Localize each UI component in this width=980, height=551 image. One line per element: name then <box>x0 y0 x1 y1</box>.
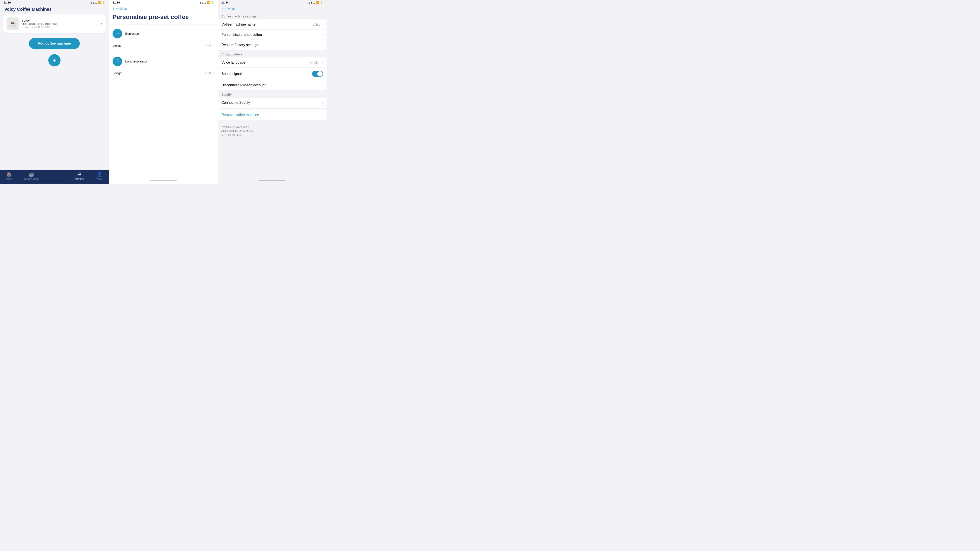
long-espresso-length-row[interactable]: Length 60 ml › <box>109 69 218 77</box>
espresso-length-row[interactable]: Length 30 ml › <box>109 41 218 49</box>
wifi-icon-2: 📶 <box>207 1 210 4</box>
remove-machine-link[interactable]: Remove coffee machine <box>218 110 326 121</box>
personalise-title: Personalise pre-set coffee <box>109 12 218 24</box>
personalise-label: Personalise pre-set coffee <box>221 33 262 37</box>
connect-spotify-chevron: › <box>322 101 323 105</box>
long-espresso-chevron: › <box>213 71 214 75</box>
long-espresso-name: Long espresso <box>125 59 146 63</box>
espresso-name: Espresso <box>125 32 139 35</box>
wifi-icon-3: 📶 <box>316 1 319 4</box>
settings-disconnect-amazon[interactable]: Disconnect Amazon account <box>218 80 326 90</box>
panel-machines: 12:16 ▲▲▲ 📶 🔋 Voicy Coffee Machines ☕ vo… <box>0 0 109 184</box>
machine-name: voicy <box>22 19 98 22</box>
status-icons-1: ▲▲▲ 📶 🔋 <box>90 1 105 4</box>
espresso-length-label: Length <box>113 43 123 47</box>
home-indicator-3 <box>218 178 326 183</box>
time-3: 11:34 <box>221 1 229 4</box>
signal-icon-3: ▲▲▲ <box>308 1 315 4</box>
fab-plus-icon: + <box>52 56 56 64</box>
espresso-length-value: 30 ml <box>205 43 212 47</box>
personalise-chevron: › <box>322 33 323 37</box>
long-espresso-item[interactable]: Long espresso <box>109 55 218 69</box>
machine-name-label: Coffee machine name <box>221 22 256 27</box>
machine-name-value: voicy <box>313 23 320 27</box>
sound-signals-right <box>312 71 323 77</box>
time-1: 12:16 <box>3 1 11 4</box>
settings-factory-reset[interactable]: Restore factory settings <box>218 40 326 50</box>
long-espresso-length-value: 60 ml <box>205 71 212 75</box>
back-label-3: Previous <box>224 7 235 11</box>
sound-signals-label: Sound signals <box>221 72 243 76</box>
settings-sound-signals[interactable]: Sound signals <box>218 68 326 80</box>
status-icons-2: ▲▲▲ 📶 🔋 <box>199 1 214 4</box>
firmware-line3: MCU 01-10-06-00 <box>221 133 323 137</box>
signal-icon-2: ▲▲▲ <box>199 1 206 4</box>
home-bar-2 <box>150 180 177 181</box>
voice-language-value: English <box>309 61 320 64</box>
firmware-info: Release firmware Voicy Alexa module: 00-… <box>218 121 326 139</box>
back-label-2: Previous <box>115 7 127 11</box>
machine-date: Registered on 01 Oct 2021 <box>22 26 98 29</box>
signal-icon-1: ▲▲▲ <box>90 1 97 4</box>
espresso-icon <box>113 29 122 38</box>
spotify-section-header: Spotify <box>218 90 326 98</box>
machines-icon: 🖨 <box>77 171 82 177</box>
home-icon: 🏠 <box>6 171 12 177</box>
machine-settings-list: Coffee machine name voicy › Personalise … <box>218 19 326 50</box>
espresso-section: Espresso Length 30 ml › <box>109 24 218 52</box>
espresso-length-right: 30 ml › <box>205 43 214 47</box>
lavazza-icon: ☕ <box>29 171 34 177</box>
personalise-right: › <box>321 33 323 37</box>
alexa-section-header: Amazon Alexa <box>218 50 326 57</box>
machine-id: 0000 - 0020 - 52S0 - 0100 - 5079 <box>22 23 98 25</box>
machine-image: ☕ <box>6 17 19 30</box>
settings-machine-name[interactable]: Coffee machine name voicy › <box>218 19 326 30</box>
battery-icon-1: 🔋 <box>102 1 105 4</box>
back-button-3[interactable]: ‹ Previous <box>218 5 326 12</box>
home-bar-1 <box>41 180 68 181</box>
fab-button[interactable]: + <box>48 54 60 67</box>
status-icons-3: ▲▲▲ 📶 🔋 <box>308 1 323 4</box>
factory-reset-label: Restore factory settings <box>221 43 258 47</box>
toggle-knob <box>317 71 323 76</box>
sound-signals-toggle[interactable] <box>312 71 323 77</box>
machine-settings-header: Coffee machine settings <box>218 12 326 19</box>
connect-spotify-right: › <box>321 101 323 105</box>
back-button-2[interactable]: ‹ Previous <box>109 5 218 12</box>
settings-personalise[interactable]: Personalise pre-set coffee › <box>218 30 326 40</box>
page-title-machines: Voicy Coffee Machines <box>0 5 109 14</box>
battery-icon-2: 🔋 <box>211 1 214 4</box>
long-espresso-icon <box>113 57 122 66</box>
panel-personalise: 11:34 ▲▲▲ 📶 🔋 ‹ Previous Personalise pre… <box>109 0 218 184</box>
long-espresso-section: Long espresso Length 60 ml › <box>109 52 218 80</box>
spotify-settings-list: Connect to Spotify › <box>218 98 326 108</box>
espresso-chevron: › <box>213 43 214 47</box>
machine-name-right: voicy › <box>313 23 323 27</box>
add-coffee-machine-button[interactable]: Add coffee machine <box>29 38 80 49</box>
home-bar-3 <box>259 180 285 181</box>
home-indicator-1 <box>0 178 109 183</box>
status-bar-1: 12:16 ▲▲▲ 📶 🔋 <box>0 0 109 5</box>
back-chevron-3: ‹ <box>221 7 223 11</box>
machine-card[interactable]: ☕ voicy 0000 - 0020 - 52S0 - 0100 - 5079… <box>3 14 105 33</box>
profile-icon: 👤 <box>97 171 102 177</box>
voice-language-chevron: › <box>322 61 323 64</box>
status-bar-2: 11:34 ▲▲▲ 📶 🔋 <box>109 0 218 5</box>
disconnect-amazon-label: Disconnect Amazon account <box>221 83 266 87</box>
machine-name-chevron: › <box>322 23 323 26</box>
panel-settings: 11:34 ▲▲▲ 📶 🔋 ‹ Previous Coffee machine … <box>218 0 326 184</box>
long-espresso-length-right: 60 ml › <box>205 71 214 75</box>
firmware-line1: Release firmware Voicy <box>221 125 323 129</box>
connect-spotify-label: Connect to Spotify <box>221 101 250 105</box>
settings-connect-spotify[interactable]: Connect to Spotify › <box>218 98 326 108</box>
voice-language-right: English › <box>309 61 323 64</box>
battery-icon-3: 🔋 <box>320 1 323 4</box>
status-bar-3: 11:34 ▲▲▲ 📶 🔋 <box>218 0 326 5</box>
settings-voice-language[interactable]: Voice language English › <box>218 57 326 68</box>
voice-language-label: Voice language <box>221 60 245 64</box>
espresso-item[interactable]: Espresso <box>109 27 218 41</box>
long-espresso-length-label: Length <box>113 71 123 75</box>
home-indicator-2 <box>109 178 218 183</box>
firmware-line2: Alexa module: 00-02-04-20 <box>221 129 323 133</box>
time-2: 11:34 <box>113 1 120 4</box>
